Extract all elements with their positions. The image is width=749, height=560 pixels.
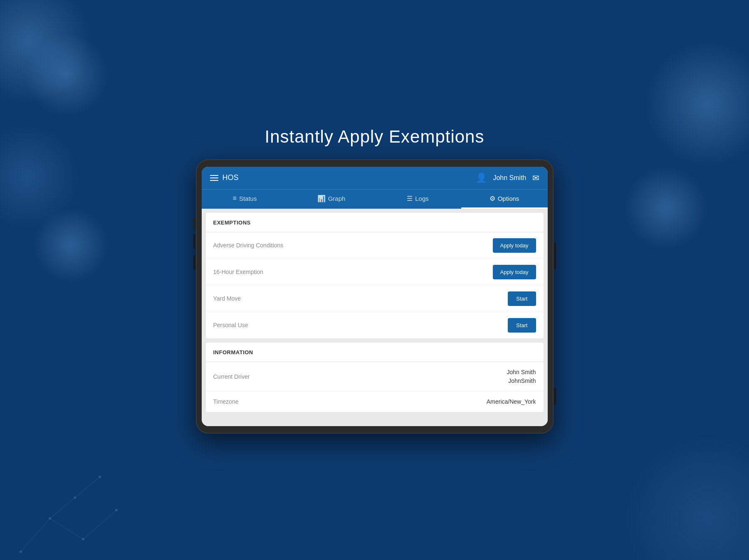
tablet-screen: HOS 👤 John Smith ✉ ≡ Status 📊 Graph ☰ Lo… [202, 167, 548, 426]
adverse-driving-row: Adverse Driving Conditions Apply today [206, 232, 544, 259]
volume-up-button[interactable] [193, 234, 195, 249]
yard-move-label: Yard Move [213, 295, 241, 302]
mail-icon[interactable]: ✉ [532, 173, 539, 183]
yard-move-start-button[interactable]: Start [508, 291, 536, 306]
exemptions-section-title: EXEMPTIONS [213, 220, 251, 226]
tab-status[interactable]: ≡ Status [202, 190, 288, 209]
app-header-left: HOS [210, 173, 239, 182]
tablet-frame: HOS 👤 John Smith ✉ ≡ Status 📊 Graph ☰ Lo… [196, 159, 554, 434]
options-tab-icon: ⚙ [489, 195, 495, 202]
yard-move-row: Yard Move Start [206, 286, 544, 312]
options-tab-label: Options [498, 195, 519, 202]
logs-tab-label: Logs [415, 195, 429, 202]
content-area: EXEMPTIONS Adverse Driving Conditions Ap… [202, 209, 548, 426]
tab-logs[interactable]: ☰ Logs [375, 190, 461, 209]
tab-options[interactable]: ⚙ Options [461, 190, 548, 209]
exemptions-section-header: EXEMPTIONS [206, 213, 544, 232]
adverse-driving-label: Adverse Driving Conditions [213, 242, 284, 249]
status-tab-icon: ≡ [233, 195, 237, 202]
home-button[interactable] [554, 388, 556, 405]
status-tab-label: Status [239, 195, 257, 202]
current-driver-row: Current Driver John Smith JohnSmith [206, 362, 544, 392]
hour-exemption-apply-button[interactable]: Apply today [493, 265, 536, 279]
app-header-right: 👤 John Smith ✉ [476, 173, 539, 183]
user-name-label: John Smith [493, 174, 526, 182]
svg-line-0 [21, 518, 50, 552]
hour-exemption-label: 16-Hour Exemption [213, 269, 264, 275]
svg-line-4 [75, 477, 100, 498]
information-section-title: INFORMATION [213, 349, 253, 355]
timezone-label: Timezone [213, 398, 239, 405]
graph-tab-icon: 📊 [317, 195, 326, 202]
svg-point-10 [99, 476, 101, 478]
app-name: HOS [222, 173, 239, 182]
hour-exemption-row: 16-Hour Exemption Apply today [206, 259, 544, 286]
information-section: INFORMATION Current Driver John Smith Jo… [206, 343, 544, 412]
timezone-value: America/New_York [487, 397, 536, 406]
graph-tab-label: Graph [328, 195, 346, 202]
svg-point-5 [20, 550, 22, 553]
svg-point-7 [82, 538, 84, 540]
power-button[interactable] [554, 242, 556, 269]
page-title: Instantly Apply Exemptions [265, 127, 485, 147]
information-section-header: INFORMATION [206, 343, 544, 362]
personal-use-label: Personal Use [213, 322, 248, 328]
app-header: HOS 👤 John Smith ✉ [202, 167, 548, 189]
current-driver-label: Current Driver [213, 373, 250, 380]
svg-point-9 [74, 496, 76, 499]
svg-point-8 [115, 509, 118, 511]
navigation-tabs: ≡ Status 📊 Graph ☰ Logs ⚙ Options [202, 189, 548, 209]
network-decoration [0, 435, 125, 560]
adverse-driving-apply-button[interactable]: Apply today [493, 238, 536, 253]
timezone-row: Timezone America/New_York [206, 392, 544, 412]
current-driver-value: John Smith JohnSmith [507, 368, 536, 385]
hamburger-icon[interactable] [210, 175, 218, 181]
side-buttons-left [193, 234, 195, 270]
exemptions-section: EXEMPTIONS Adverse Driving Conditions Ap… [206, 213, 544, 338]
logs-tab-icon: ☰ [407, 195, 413, 202]
tab-graph[interactable]: 📊 Graph [288, 190, 375, 209]
personal-use-start-button[interactable]: Start [508, 318, 536, 333]
svg-line-2 [83, 510, 116, 539]
svg-line-3 [50, 498, 75, 518]
svg-line-1 [50, 518, 83, 539]
svg-point-6 [49, 517, 51, 520]
personal-use-row: Personal Use Start [206, 312, 544, 338]
user-avatar-icon: 👤 [476, 173, 487, 183]
volume-down-button[interactable] [193, 255, 195, 270]
